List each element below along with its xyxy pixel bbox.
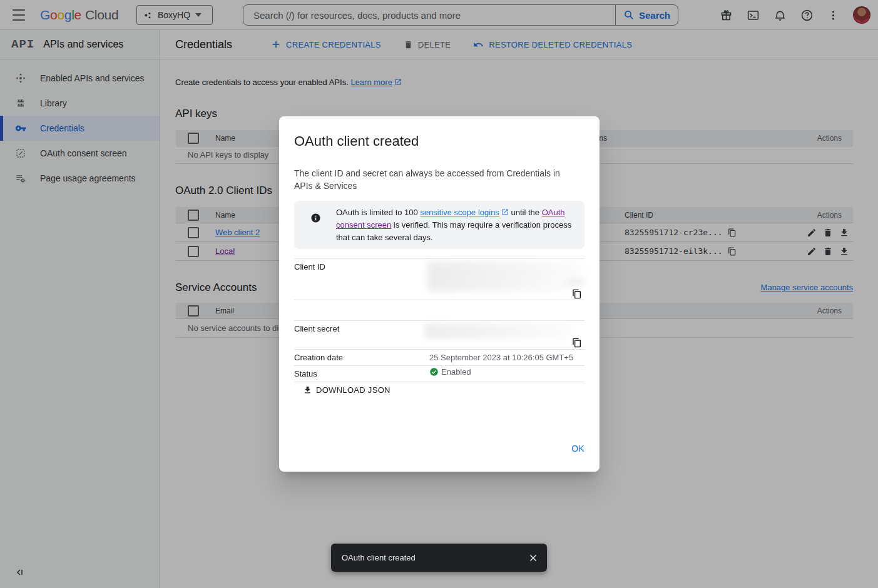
- info-icon: [310, 213, 321, 223]
- divider: [294, 382, 584, 382]
- client-id-redacted-value: [566, 277, 585, 286]
- download-json-button[interactable]: DOWNLOAD JSON: [303, 385, 391, 395]
- toast-message: OAuth client created: [342, 553, 416, 562]
- client-secret-label: Client secret: [294, 324, 339, 333]
- client-id-redacted-value: [427, 261, 585, 291]
- client-secret-redacted-value: [424, 323, 571, 339]
- external-link-icon: [501, 208, 509, 216]
- divider: [294, 258, 584, 259]
- status-value: Enabled: [429, 367, 471, 377]
- check-circle-icon: [429, 367, 439, 377]
- client-id-label: Client ID: [294, 262, 325, 271]
- download-icon: [303, 385, 312, 395]
- divider: [294, 365, 584, 366]
- notice-box: OAuth is limited to 100 sensitive scope …: [294, 201, 584, 249]
- divider: [294, 320, 584, 321]
- notice-text: OAuth is limited to 100 sensitive scope …: [336, 206, 576, 244]
- dialog-title: OAuth client created: [294, 133, 419, 150]
- copy-client-id-icon[interactable]: [572, 289, 582, 299]
- ok-button[interactable]: OK: [571, 444, 584, 454]
- copy-client-secret-icon[interactable]: [572, 338, 582, 348]
- creation-date-label: Creation date: [294, 353, 343, 362]
- divider: [294, 300, 584, 300]
- close-icon[interactable]: [528, 552, 539, 564]
- toast: OAuth client created: [331, 544, 547, 572]
- oauth-client-created-dialog: OAuth client created The client ID and s…: [279, 116, 600, 472]
- sensitive-scope-logins-link[interactable]: sensitive scope logins: [420, 208, 499, 217]
- dialog-description: The client ID and secret can always be a…: [294, 167, 577, 192]
- status-label: Status: [294, 369, 317, 378]
- creation-date-value: 25 September 2023 at 10:26:05 GMT+5: [429, 353, 573, 362]
- divider: [294, 349, 584, 350]
